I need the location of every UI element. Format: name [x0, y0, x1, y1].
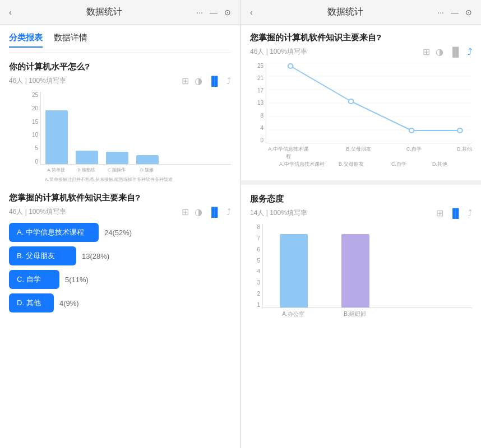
line-icon[interactable]: ⤴ [226, 76, 231, 86]
option-d-row: D. 其他 4(9%) [9, 293, 231, 312]
right-more-icon[interactable]: ··· [437, 8, 444, 17]
r2-table-icon[interactable]: ⊞ [436, 208, 443, 218]
r-y-4: 4 [250, 125, 263, 131]
option-a-row: A. 中学信息技术课程 24(52%) [9, 223, 231, 242]
x-long-label: A.简单接触过但并不熟悉,从未接触,能熟练操作各种软件各种疑难 [40, 175, 231, 184]
s-y-1: 1 [250, 302, 260, 308]
r-x-c-vis: C.自学 [391, 161, 406, 168]
bar-icon[interactable]: ▐▌ [208, 76, 221, 86]
service-x-b: B.组织部 [341, 310, 369, 318]
service-x-labels: A.办公室 B.组织部 [262, 308, 472, 320]
right-content: 您掌握的计算机软件知识主要来自? 46人 | 100%填写率 ⊞ ◑ ▐▌ ⤴ … [241, 25, 481, 448]
left-top-icons: ··· — ⊙ [196, 8, 231, 17]
option-a-count: 24(52%) [104, 228, 132, 237]
service-bar-chart: 8 7 6 5 4 3 2 1 A.办公室 [250, 224, 472, 336]
s-y-2: 2 [250, 291, 260, 297]
left-section1: 你的计算机水平怎么? 46人 | 100%填写率 ⊞ ◑ ▐▌ ⤴ 25 20 [9, 62, 231, 181]
option-a-label: A. 中学信息技术课程 [9, 223, 99, 242]
y-label-5: 5 [25, 145, 38, 151]
left-back-icon[interactable]: ‹ [9, 8, 12, 17]
left-content: 分类报表 数据详情 你的计算机水平怎么? 46人 | 100%填写率 ⊞ ◑ ▐… [0, 25, 240, 448]
left-section1-meta: 46人 | 100%填写率 [9, 76, 66, 86]
right-line-chart: 25 21 17 13 8 4 0 [250, 63, 472, 169]
right-section2-title: 服务态度 [250, 194, 472, 204]
pie-icon2[interactable]: ◑ [195, 207, 202, 217]
left-circle-icon[interactable]: ⊙ [224, 8, 231, 17]
r-x-c: C.自学 [406, 146, 422, 160]
left-section2: 您掌握的计算机软件知识主要来自? 46人 | 100%填写率 ⊞ ◑ ▐▌ ⤴ … [9, 193, 231, 312]
right-top-bar: ‹ 数据统计 ··· — ⊙ [241, 0, 481, 25]
s-y-6: 6 [250, 246, 260, 253]
table-icon2[interactable]: ⊞ [182, 207, 189, 217]
r-line-icon[interactable]: ⤴ [468, 47, 472, 57]
r2-line-icon[interactable]: ⤴ [468, 208, 472, 218]
r2-bar-icon[interactable]: ▐▌ [449, 208, 462, 218]
option-b-label: B. 父母朋友 [9, 246, 76, 265]
left-section2-meta: 46人 | 100%填写率 [9, 207, 66, 217]
right-panel: ‹ 数据统计 ··· — ⊙ 您掌握的计算机软件知识主要来自? 46人 | 10… [241, 0, 481, 448]
right-section2: 服务态度 14人 | 100%填写率 ⊞ ▐▌ ⤴ 8 7 6 5 4 3 [250, 194, 472, 336]
y-label-15: 15 [25, 119, 38, 125]
option-c-row: C. 自学 5(11%) [9, 270, 231, 289]
left-top-bar: ‹ 数据统计 ··· — ⊙ [0, 0, 240, 25]
r-x-b: B.父母朋友 [346, 146, 371, 160]
tab-classify[interactable]: 分类报表 [9, 32, 43, 48]
r-pie-icon[interactable]: ◑ [436, 46, 443, 57]
option-c-label: C. 自学 [9, 270, 59, 289]
bar-chart-area [40, 92, 231, 165]
bar-d [136, 155, 159, 164]
r-y-0: 0 [250, 137, 263, 143]
service-chart-area [262, 224, 472, 308]
r-y-25: 25 [250, 63, 263, 69]
right-section1-meta: 46人 | 100%填写率 [250, 47, 307, 57]
service-bar-a [280, 234, 308, 307]
svg-point-8 [409, 128, 414, 133]
right-section2-meta-row: 14人 | 100%填写率 ⊞ ▐▌ ⤴ [250, 208, 472, 218]
r-table-icon[interactable]: ⊞ [423, 46, 430, 57]
x-label-a: A.简单接 [45, 167, 67, 173]
right-title: 数据统计 [327, 6, 363, 18]
right-section2-chart-icons: ⊞ ▐▌ ⤴ [436, 208, 472, 218]
tab-detail[interactable]: 数据详情 [54, 32, 87, 48]
left-more-icon[interactable]: ··· [196, 8, 203, 17]
option-d-label: D. 其他 [9, 293, 54, 312]
r-x-a-vis: A.中学信息技术课程 [279, 161, 325, 168]
left-section1-meta-row: 46人 | 100%填写率 ⊞ ◑ ▐▌ ⤴ [9, 76, 231, 86]
option-c-count: 5(11%) [65, 276, 89, 284]
y-label-25: 25 [25, 92, 38, 98]
left-section2-title: 您掌握的计算机软件知识主要来自? [9, 193, 231, 203]
x-label-c: C.能操作 [105, 167, 128, 173]
right-minus-icon[interactable]: — [451, 8, 459, 17]
line-icon2[interactable]: ⤴ [226, 207, 231, 217]
x-label-d: D.疑难 [136, 167, 158, 173]
bar-b [76, 151, 98, 164]
left-tabs: 分类报表 数据详情 [9, 32, 231, 53]
left-section1-title: 你的计算机水平怎么? [9, 62, 231, 72]
bar-icon2[interactable]: ▐▌ [208, 207, 221, 217]
r-x-b-vis: B.父母朋友 [339, 161, 364, 168]
right-back-icon[interactable]: ‹ [250, 8, 253, 17]
right-circle-icon[interactable]: ⊙ [465, 8, 472, 17]
s-y-7: 7 [250, 235, 260, 241]
svg-point-7 [349, 99, 354, 104]
r-x-d-vis: D.其他 [432, 161, 447, 168]
x-labels-row: A.简单接 B.能熟练 C.能操作 D.疑难 [40, 165, 231, 175]
s-y-3: 3 [250, 279, 260, 286]
left-minus-icon[interactable]: — [210, 8, 218, 17]
r-y-13: 13 [250, 100, 263, 106]
right-section1-title: 您掌握的计算机软件知识主要来自? [250, 32, 472, 43]
service-x-a: A.办公室 [279, 310, 307, 318]
left-section2-chart-icons: ⊞ ◑ ▐▌ ⤴ [182, 207, 231, 217]
service-bar-b [341, 234, 369, 307]
r-x-a: A.中学信息技术课程 [266, 146, 311, 160]
r-bar-icon[interactable]: ▐▌ [449, 47, 462, 57]
r-y-21: 21 [250, 75, 263, 81]
section-divider [241, 180, 481, 185]
s-y-5: 5 [250, 258, 260, 264]
right-top-icons: ··· — ⊙ [437, 8, 472, 17]
r-x-labels: A.中学信息技术课程 B.父母朋友 C.自学 D.其他 [266, 143, 472, 162]
left-section2-meta-row: 46人 | 100%填写率 ⊞ ◑ ▐▌ ⤴ [9, 207, 231, 217]
svg-point-6 [288, 64, 293, 68]
pie-icon[interactable]: ◑ [195, 76, 202, 86]
table-icon[interactable]: ⊞ [182, 76, 189, 86]
